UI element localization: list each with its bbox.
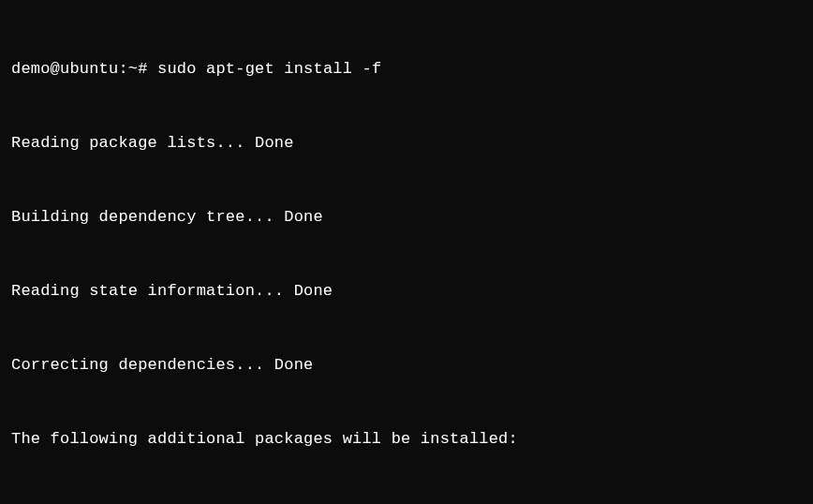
typed-command[interactable]: sudo apt-get install -f [157,60,381,78]
status-line: Reading package lists... Done [11,131,802,156]
status-line: Correcting dependencies... Done [11,353,802,378]
install-header: The following additional packages will b… [11,427,802,452]
prompt-symbol: # [138,60,147,78]
user-host: demo@ubuntu [11,60,118,78]
command-line: demo@ubuntu:~# sudo apt-get install -f [11,57,802,82]
shell-prompt: demo@ubuntu:~# [11,60,148,78]
status-line: Building dependency tree... Done [11,205,802,230]
path: ~ [128,60,138,78]
terminal-output: demo@ubuntu:~# sudo apt-get install -f R… [11,7,802,504]
status-line: Reading state information... Done [11,279,802,304]
